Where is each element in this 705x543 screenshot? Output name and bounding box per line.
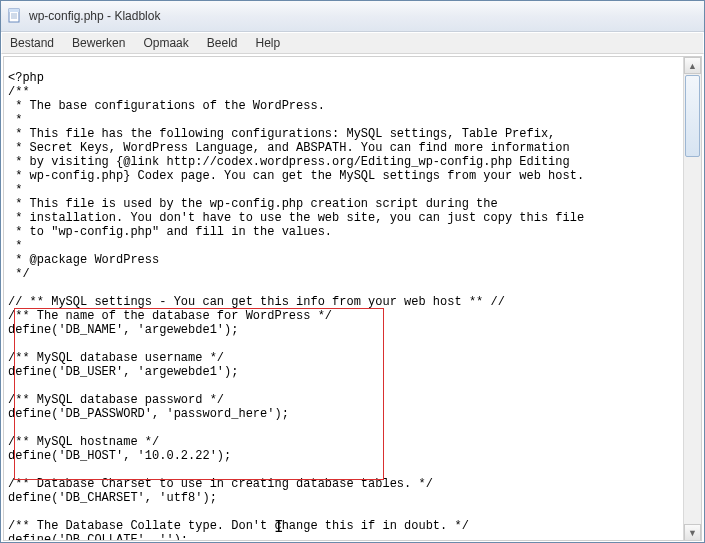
window-title: wp-config.php - Kladblok (29, 9, 160, 23)
menu-edit[interactable]: Bewerken (72, 36, 125, 50)
code-line: /** MySQL database username */ (8, 351, 224, 365)
menu-view[interactable]: Beeld (207, 36, 238, 50)
code-line: */ (8, 267, 30, 281)
code-line: * This file is used by the wp-config.php… (8, 197, 498, 211)
code-line: // ** MySQL settings - You can get this … (8, 295, 505, 309)
code-line: /** MySQL database password */ (8, 393, 224, 407)
code-line: * @package WordPress (8, 253, 159, 267)
code-line: * The base configurations of the WordPre… (8, 99, 325, 113)
code-line: define('DB_PASSWORD', 'password_here'); (8, 407, 289, 421)
code-line: * to "wp-config.php" and fill in the val… (8, 225, 332, 239)
text-content[interactable]: <?php /** * The base configurations of t… (4, 57, 701, 541)
vertical-scrollbar[interactable]: ▲ ▼ (683, 57, 701, 540)
code-line: * by visiting {@link http://codex.wordpr… (8, 155, 570, 169)
code-line: /** MySQL hostname */ (8, 435, 159, 449)
scroll-down-button[interactable]: ▼ (684, 524, 701, 541)
notepad-icon (7, 8, 23, 24)
menu-help[interactable]: Help (255, 36, 280, 50)
menu-file[interactable]: Bestand (10, 36, 54, 50)
title-bar: wp-config.php - Kladblok (1, 1, 704, 32)
menu-bar: Bestand Bewerken Opmaak Beeld Help (1, 32, 704, 54)
scroll-thumb[interactable] (685, 75, 700, 157)
code-line: * wp-config.php} Codex page. You can get… (8, 169, 584, 183)
scroll-up-button[interactable]: ▲ (684, 57, 701, 74)
code-line: define('DB_NAME', 'argewebde1'); (8, 323, 238, 337)
code-line: * This file has the following configurat… (8, 127, 555, 141)
code-line: * installation. You don't have to use th… (8, 211, 584, 225)
code-line: <?php (8, 71, 44, 85)
code-line: define('DB_COLLATE', ''); (8, 533, 188, 541)
code-line: define('DB_USER', 'argewebde1'); (8, 365, 238, 379)
code-line: /** The name of the database for WordPre… (8, 309, 332, 323)
code-line: define('DB_CHARSET', 'utf8'); (8, 491, 217, 505)
code-line: * (8, 239, 22, 253)
code-line: * Secret Keys, WordPress Language, and A… (8, 141, 570, 155)
menu-format[interactable]: Opmaak (143, 36, 188, 50)
code-line: * (8, 113, 22, 127)
svg-rect-1 (9, 9, 19, 12)
editor-area[interactable]: <?php /** * The base configurations of t… (3, 56, 702, 541)
code-line: /** The Database Collate type. Don't cha… (8, 519, 469, 533)
code-line: * (8, 183, 22, 197)
code-line: /** Database Charset to use in creating … (8, 477, 433, 491)
scroll-track[interactable] (684, 75, 701, 524)
code-line: define('DB_HOST', '10.0.2.22'); (8, 449, 231, 463)
code-line: /** (8, 85, 30, 99)
